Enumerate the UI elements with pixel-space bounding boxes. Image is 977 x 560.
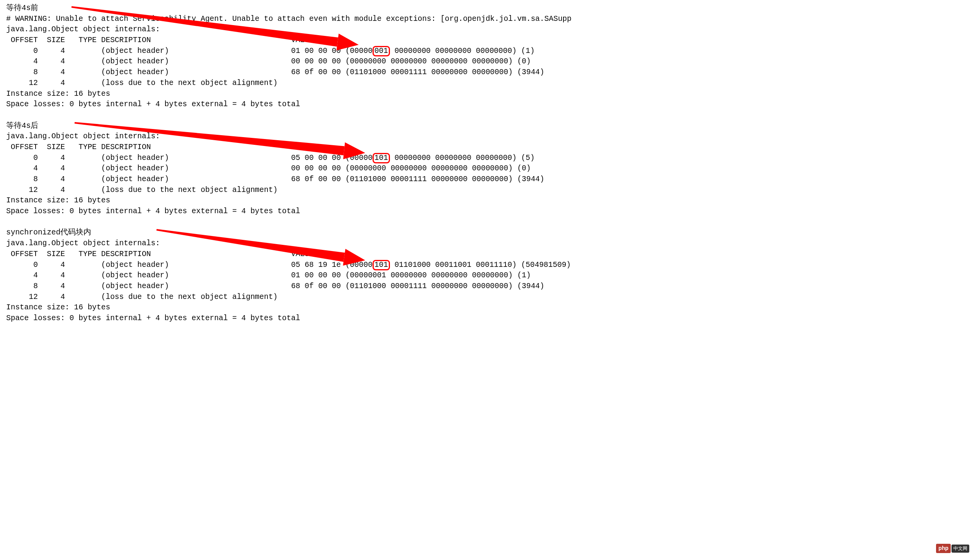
column-header: OFFSET SIZE TYPE DESCRIPTION VALUE — [6, 35, 971, 46]
blank-line — [6, 324, 971, 335]
highlighted-bits: 001 — [373, 46, 390, 56]
row-text: 0 4 (object header) 05 00 00 00 (00000 — [6, 154, 373, 162]
object-internals-header: java.lang.Object object internals: — [6, 24, 971, 35]
column-header: OFFSET SIZE TYPE DESCRIPTION VALUE — [6, 249, 971, 260]
row-text-after: 01101000 00011001 00011110) (504981509) — [390, 261, 571, 269]
data-row: 0 4 (object header) 05 68 19 1e (0000010… — [6, 260, 971, 271]
data-row: 8 4 (object header) 68 0f 00 00 (0110100… — [6, 67, 971, 78]
row-text: 12 4 (loss due to the next object alignm… — [6, 79, 277, 87]
row-text: 8 4 (object header) 68 0f 00 00 (0110100… — [6, 68, 545, 76]
output-section: synchronized代码块内java.lang.Object object … — [6, 227, 971, 334]
data-row: 8 4 (object header) 68 0f 00 00 (0110100… — [6, 174, 971, 185]
object-internals-header: java.lang.Object object internals: — [6, 131, 971, 142]
row-text-after: 00000000 00000000 00000000) (5) — [390, 154, 534, 162]
section-title: synchronized代码块内 — [6, 227, 971, 238]
data-row: 12 4 (loss due to the next object alignm… — [6, 185, 971, 196]
space-losses: Space losses: 0 bytes internal + 4 bytes… — [6, 99, 971, 110]
warning-line: # WARNING: Unable to attach Serviceabili… — [6, 14, 971, 25]
data-row: 12 4 (loss due to the next object alignm… — [6, 78, 971, 89]
blank-line — [6, 217, 971, 228]
row-text: 12 4 (loss due to the next object alignm… — [6, 186, 277, 194]
row-text: 8 4 (object header) 68 0f 00 00 (0110100… — [6, 282, 545, 290]
output-section: 等待4s后java.lang.Object object internals: … — [6, 121, 971, 228]
data-row: 4 4 (object header) 00 00 00 00 (0000000… — [6, 163, 971, 174]
data-row: 4 4 (object header) 00 00 00 00 (0000000… — [6, 56, 971, 67]
highlighted-bits: 101 — [373, 260, 390, 270]
output-section: 等待4s前# WARNING: Unable to attach Service… — [6, 3, 971, 121]
row-text: 4 4 (object header) 00 00 00 00 (0000000… — [6, 57, 531, 66]
object-internals-header: java.lang.Object object internals: — [6, 238, 971, 249]
space-losses: Space losses: 0 bytes internal + 4 bytes… — [6, 313, 971, 324]
instance-size: Instance size: 16 bytes — [6, 89, 971, 100]
row-text: 4 4 (object header) 00 00 00 00 (0000000… — [6, 164, 531, 173]
column-header: OFFSET SIZE TYPE DESCRIPTION VALUE — [6, 142, 971, 153]
watermark: php中文网 — [936, 544, 969, 553]
row-text: 4 4 (object header) 01 00 00 00 (0000000… — [6, 271, 531, 280]
highlighted-bits: 101 — [373, 153, 390, 163]
data-row: 0 4 (object header) 05 00 00 00 (0000010… — [6, 153, 971, 164]
row-text: 0 4 (object header) 05 68 19 1e (00000 — [6, 261, 373, 269]
row-text: 8 4 (object header) 68 0f 00 00 (0110100… — [6, 175, 545, 183]
section-title: 等待4s后 — [6, 121, 971, 132]
data-row: 12 4 (loss due to the next object alignm… — [6, 292, 971, 303]
blank-line — [6, 110, 971, 121]
instance-size: Instance size: 16 bytes — [6, 195, 971, 206]
watermark-cn: 中文网 — [951, 545, 969, 553]
section-title: 等待4s前 — [6, 3, 971, 14]
data-row: 8 4 (object header) 68 0f 00 00 (0110100… — [6, 281, 971, 292]
row-text-after: 00000000 00000000 00000000) (1) — [390, 47, 534, 55]
data-row: 4 4 (object header) 01 00 00 00 (0000000… — [6, 270, 971, 281]
data-row: 0 4 (object header) 01 00 00 00 (0000000… — [6, 46, 971, 57]
space-losses: Space losses: 0 bytes internal + 4 bytes… — [6, 206, 971, 217]
row-text: 12 4 (loss due to the next object alignm… — [6, 293, 277, 301]
watermark-php: php — [936, 544, 951, 553]
row-text: 0 4 (object header) 01 00 00 00 (00000 — [6, 47, 373, 55]
instance-size: Instance size: 16 bytes — [6, 302, 971, 313]
